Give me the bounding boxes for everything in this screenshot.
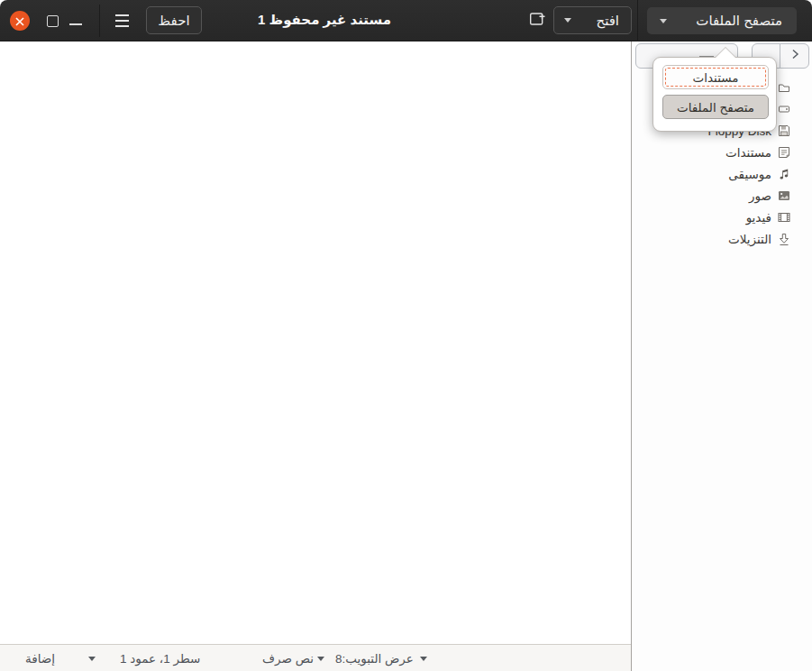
tab-width-button[interactable]: عرض التبويب:8 xyxy=(335,651,414,666)
popup-arrow xyxy=(716,48,735,58)
popup-item-file-browser[interactable]: متصفح الملفات xyxy=(662,95,769,119)
chevron-down-icon xyxy=(564,18,571,23)
list-item-pictures[interactable]: صور xyxy=(632,185,812,207)
chevron-right-icon xyxy=(789,48,800,64)
user-home-icon xyxy=(777,80,791,95)
side-panel-switcher-button[interactable]: متصفح الملفات xyxy=(647,7,797,34)
music-note-icon xyxy=(777,167,791,181)
drive-icon xyxy=(777,102,791,116)
image-icon xyxy=(777,188,791,203)
file-browser-panel: Floppy Disk مستندات موسيقى صور xyxy=(632,41,812,671)
chevron-down-icon xyxy=(88,657,96,661)
list-item-music[interactable]: موسيقى xyxy=(632,163,812,185)
floppy-icon xyxy=(777,124,791,138)
chevron-down-icon xyxy=(420,657,427,661)
language-selector-button[interactable]: نص صرف xyxy=(262,651,314,666)
new-tab-icon xyxy=(529,11,547,31)
popup-item-documents[interactable]: مستندات xyxy=(662,65,769,89)
headerbar: احفظ مستند غير محفوظ 1 افتح متصفح الملفا… xyxy=(0,0,812,41)
goto-line-button[interactable]: سطر 1، عمود 1 xyxy=(120,651,200,666)
focus-ring xyxy=(665,68,766,87)
open-button-label: افتح xyxy=(596,13,619,29)
chevron-down-icon xyxy=(660,19,667,23)
headerbar-separator xyxy=(637,0,638,41)
place-label: صور xyxy=(749,188,771,203)
panel-switcher-label: متصفح الملفات xyxy=(696,13,782,29)
place-label: مستندات xyxy=(725,145,771,160)
nav-forward-button[interactable] xyxy=(780,43,809,69)
minimize-button[interactable] xyxy=(69,23,82,25)
chevron-down-icon xyxy=(317,657,324,661)
popup-item-label: متصفح الملفات xyxy=(677,100,754,115)
open-button[interactable]: افتح xyxy=(553,6,632,34)
panel-switcher-popup: مستندات متصفح الملفات xyxy=(652,57,777,132)
place-label: فيديو xyxy=(746,210,771,225)
new-tab-button[interactable] xyxy=(525,10,551,32)
insert-mode-indicator: إضافة xyxy=(25,651,55,666)
film-icon xyxy=(777,210,791,225)
text-editor-area[interactable] xyxy=(0,41,631,644)
menu-button[interactable] xyxy=(114,14,130,28)
statusbar: إضافة سطر 1، عمود 1 نص صرف عرض التبويب:8 xyxy=(0,644,631,671)
list-item-downloads[interactable]: التنزيلات xyxy=(632,228,812,250)
document-icon xyxy=(777,145,791,160)
place-label: موسيقى xyxy=(728,167,771,181)
save-button[interactable]: احفظ xyxy=(146,6,202,34)
headerbar-separator xyxy=(99,5,100,37)
download-icon xyxy=(777,232,791,246)
close-icon xyxy=(15,14,24,29)
list-item-documents[interactable]: مستندات xyxy=(632,142,812,163)
gedit-window: احفظ مستند غير محفوظ 1 افتح متصفح الملفا… xyxy=(0,0,812,671)
window-title: مستند غير محفوظ 1 xyxy=(225,12,424,28)
close-button[interactable] xyxy=(10,11,30,31)
maximize-button[interactable] xyxy=(47,15,59,27)
place-label: التنزيلات xyxy=(728,232,771,246)
list-item-videos[interactable]: فيديو xyxy=(632,207,812,228)
